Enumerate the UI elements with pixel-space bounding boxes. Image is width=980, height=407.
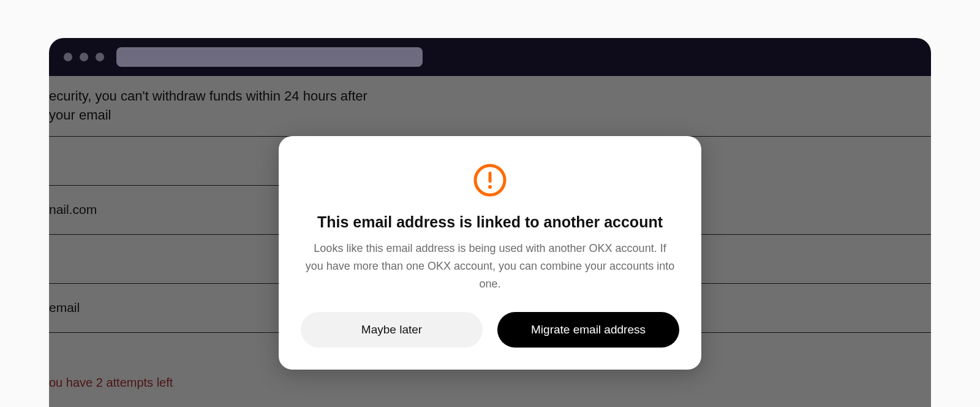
traffic-light-maximize[interactable]	[96, 53, 104, 61]
modal-buttons: Maybe later Migrate email address	[301, 312, 679, 348]
outer-frame: ecurity, you can't withdraw funds within…	[12, 0, 968, 407]
url-bar[interactable]	[116, 47, 423, 67]
modal-title: This email address is linked to another …	[301, 213, 679, 231]
traffic-lights	[64, 53, 104, 61]
email-linked-modal: This email address is linked to another …	[279, 136, 701, 370]
modal-description: Looks like this email address is being u…	[301, 240, 679, 292]
traffic-light-minimize[interactable]	[80, 53, 88, 61]
maybe-later-button[interactable]: Maybe later	[301, 312, 483, 348]
traffic-light-close[interactable]	[64, 53, 72, 61]
svg-point-2	[488, 185, 492, 189]
svg-rect-1	[489, 172, 492, 183]
browser-chrome	[49, 38, 931, 76]
migrate-email-button[interactable]: Migrate email address	[497, 312, 679, 348]
warning-icon	[301, 163, 679, 197]
